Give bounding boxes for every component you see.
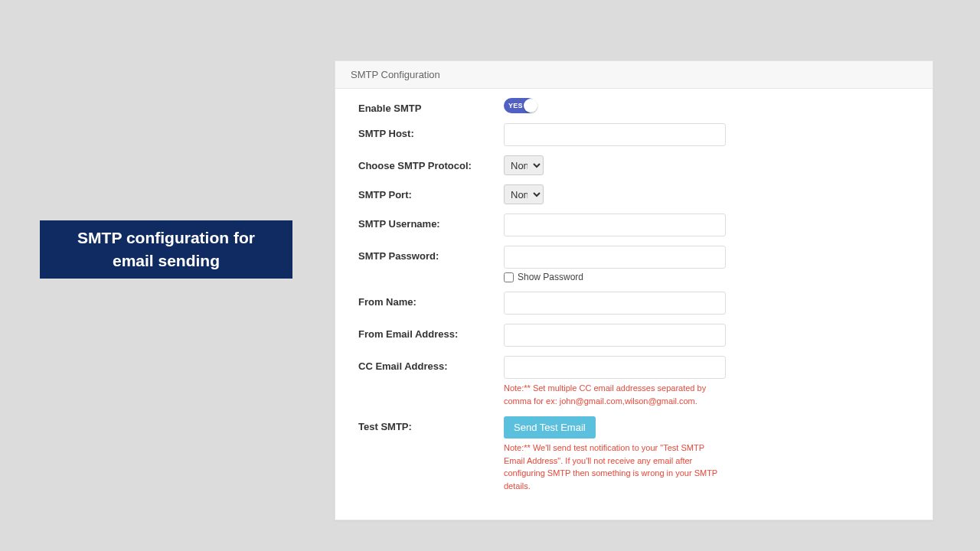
row-smtp-password: SMTP Password: Show Password [358, 246, 910, 282]
toggle-knob [524, 99, 537, 112]
caption-text: SMTP configuration for email sending [55, 227, 277, 273]
panel-body: Enable SMTP YES SMTP Host: Choose SMTP P… [335, 89, 933, 520]
caption-box: SMTP configuration for email sending [40, 220, 292, 279]
cc-email-note: Note:** Set multiple CC email addresses … [504, 382, 726, 407]
smtp-protocol-select[interactable]: None [504, 155, 544, 175]
toggle-yes-label: YES [508, 102, 523, 109]
row-from-email: From Email Address: [358, 324, 910, 347]
smtp-password-label: SMTP Password: [358, 246, 504, 262]
smtp-protocol-label: Choose SMTP Protocol: [358, 155, 504, 171]
row-test-smtp: Test SMTP: Send Test Email Note:** We'll… [358, 416, 910, 492]
panel-header: SMTP Configuration [335, 61, 933, 89]
smtp-password-input[interactable] [504, 246, 726, 269]
row-smtp-username: SMTP Username: [358, 214, 910, 236]
show-password-checkbox[interactable] [504, 272, 514, 282]
show-password-row: Show Password [504, 272, 910, 282]
row-smtp-protocol: Choose SMTP Protocol: None [358, 155, 910, 175]
cc-email-label: CC Email Address: [358, 356, 504, 372]
from-email-input[interactable] [504, 324, 726, 347]
smtp-port-select[interactable]: None [504, 184, 544, 204]
cc-email-input[interactable] [504, 356, 726, 379]
smtp-config-panel: SMTP Configuration Enable SMTP YES SMTP … [335, 60, 933, 520]
row-from-name: From Name: [358, 292, 910, 315]
smtp-host-label: SMTP Host: [358, 123, 504, 139]
row-cc-email: CC Email Address: Note:** Set multiple C… [358, 356, 910, 407]
from-name-label: From Name: [358, 292, 504, 308]
smtp-port-label: SMTP Port: [358, 184, 504, 201]
smtp-username-input[interactable] [504, 214, 726, 236]
enable-smtp-toggle[interactable]: YES [504, 98, 536, 113]
test-smtp-label: Test SMTP: [358, 416, 504, 432]
enable-smtp-label: Enable SMTP [358, 98, 504, 114]
row-smtp-host: SMTP Host: [358, 123, 910, 146]
from-name-input[interactable] [504, 292, 726, 315]
test-smtp-note: Note:** We'll send test notification to … [504, 442, 726, 492]
send-test-email-button[interactable]: Send Test Email [504, 416, 596, 439]
show-password-label: Show Password [518, 272, 583, 282]
from-email-label: From Email Address: [358, 324, 504, 340]
smtp-host-input[interactable] [504, 123, 726, 146]
smtp-username-label: SMTP Username: [358, 214, 504, 230]
row-smtp-port: SMTP Port: None [358, 184, 910, 204]
row-enable-smtp: Enable SMTP YES [358, 98, 910, 114]
panel-title: SMTP Configuration [351, 69, 440, 80]
